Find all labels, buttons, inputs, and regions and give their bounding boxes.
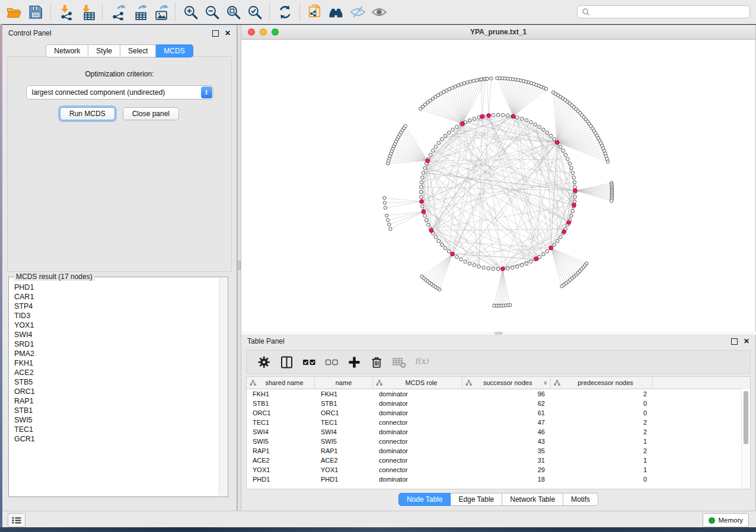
network-node[interactable] xyxy=(492,114,495,117)
network-node[interactable] xyxy=(437,141,441,145)
network-node[interactable] xyxy=(421,176,425,180)
table-scrollbar-thumb[interactable] xyxy=(744,391,748,444)
mcds-hub-node[interactable] xyxy=(573,188,578,193)
table-row[interactable]: STB1STB1dominator620 xyxy=(247,399,750,408)
tab-motifs[interactable]: Motifs xyxy=(563,493,598,506)
network-node[interactable] xyxy=(455,125,459,129)
network-node[interactable] xyxy=(419,190,423,194)
run-mcds-button[interactable]: Run MCDS xyxy=(60,107,115,120)
delete-columns-button[interactable] xyxy=(366,352,387,371)
mcds-result-item[interactable]: SWI5 xyxy=(14,415,219,425)
network-leaf-node[interactable] xyxy=(462,82,465,85)
network-node[interactable] xyxy=(434,236,438,239)
network-node[interactable] xyxy=(506,114,510,117)
network-document-button[interactable] xyxy=(304,2,326,22)
network-node[interactable] xyxy=(455,255,459,259)
column-header-shared-name[interactable]: shared name xyxy=(247,377,315,389)
network-node[interactable] xyxy=(542,252,546,256)
network-node[interactable] xyxy=(421,205,425,209)
network-node[interactable] xyxy=(423,214,427,217)
network-node[interactable] xyxy=(559,145,562,149)
refresh-button[interactable] xyxy=(274,2,295,22)
network-node[interactable] xyxy=(422,171,425,175)
mcds-hub-node[interactable] xyxy=(451,252,455,256)
network-leaf-node[interactable] xyxy=(544,87,547,90)
network-node[interactable] xyxy=(429,153,432,157)
tab-mcds[interactable]: MCDS xyxy=(156,44,193,57)
float-panel-icon[interactable] xyxy=(212,30,219,37)
mcds-hub-node[interactable] xyxy=(420,200,424,204)
table-row[interactable]: SWI5SWI5connector431 xyxy=(247,437,750,446)
table-row[interactable]: RAP1RAP1dominator352 xyxy=(247,446,750,456)
tab-network-table[interactable]: Network Table xyxy=(502,493,563,506)
tab-select[interactable]: Select xyxy=(120,44,156,57)
save-session-button[interactable] xyxy=(25,2,46,22)
network-node[interactable] xyxy=(473,264,476,267)
network-node[interactable] xyxy=(538,125,541,129)
import-network-button[interactable] xyxy=(55,2,76,22)
mcds-hub-node[interactable] xyxy=(426,159,430,163)
network-node[interactable] xyxy=(492,267,495,271)
mcds-hub-node[interactable] xyxy=(549,246,553,250)
mcds-result-item[interactable]: TEC1 xyxy=(14,425,219,434)
mcds-hub-node[interactable] xyxy=(511,114,515,118)
network-leaf-node[interactable] xyxy=(386,219,389,222)
network-node[interactable] xyxy=(496,113,500,117)
column-header-predecessor-nodes[interactable]: predecessor nodes xyxy=(551,377,653,389)
network-leaf-node[interactable] xyxy=(480,78,483,81)
mcds-hub-node[interactable] xyxy=(567,220,571,225)
tab-node-table[interactable]: Node Table xyxy=(398,493,451,506)
mcds-result-item[interactable]: STP4 xyxy=(14,302,219,311)
table-row[interactable]: YOX1YOX1connector291 xyxy=(247,465,750,475)
table-row[interactable]: ACE2ACE2connector311 xyxy=(247,456,750,465)
mcds-hub-node[interactable] xyxy=(422,210,426,214)
table-scrollbar[interactable] xyxy=(741,389,750,489)
network-node[interactable] xyxy=(573,181,576,184)
table-close-panel-icon[interactable]: ✕ xyxy=(744,338,749,344)
network-node[interactable] xyxy=(571,210,575,213)
search-box[interactable] xyxy=(577,5,750,18)
network-node[interactable] xyxy=(444,246,447,250)
mcds-hub-node[interactable] xyxy=(429,229,433,233)
mcds-result-item[interactable]: YOX1 xyxy=(14,321,219,330)
network-node[interactable] xyxy=(437,239,441,243)
column-header-successor-nodes[interactable]: successor nodes∨ xyxy=(462,377,551,389)
network-canvas[interactable] xyxy=(241,40,755,331)
select-all-columns-button[interactable] xyxy=(299,352,319,371)
network-node[interactable] xyxy=(506,267,510,270)
network-node[interactable] xyxy=(516,265,519,268)
mcds-result-item[interactable]: STB5 xyxy=(14,377,219,387)
network-leaf-node[interactable] xyxy=(606,160,609,163)
network-node[interactable] xyxy=(425,219,428,222)
network-node[interactable] xyxy=(525,262,528,265)
open-file-button[interactable] xyxy=(4,2,25,22)
export-image-button[interactable] xyxy=(149,2,171,22)
network-leaf-node[interactable] xyxy=(420,275,423,278)
network-leaf-node[interactable] xyxy=(490,77,493,80)
table-row[interactable]: FKH1FKH1dominator962 xyxy=(247,389,750,399)
mcds-hub-node[interactable] xyxy=(501,267,505,271)
mcds-result-item[interactable]: RAP1 xyxy=(14,396,219,406)
network-node[interactable] xyxy=(553,243,556,246)
export-network-button[interactable] xyxy=(107,2,128,22)
network-node[interactable] xyxy=(525,118,528,122)
network-leaf-node[interactable] xyxy=(384,206,387,209)
zoom-fit-button[interactable] xyxy=(222,2,244,22)
network-node[interactable] xyxy=(549,134,553,137)
network-node[interactable] xyxy=(487,267,490,270)
mcds-result-item[interactable]: SWI4 xyxy=(14,330,219,339)
network-node[interactable] xyxy=(556,239,559,243)
network-node[interactable] xyxy=(451,128,455,132)
network-node[interactable] xyxy=(496,267,500,271)
network-leaf-node[interactable] xyxy=(469,80,472,83)
criterion-select[interactable]: largest connected component (undirected)… xyxy=(26,85,213,100)
network-leaf-node[interactable] xyxy=(493,304,496,307)
column-header-MCDS-role[interactable]: MCDS role xyxy=(373,377,462,389)
tab-network[interactable]: Network xyxy=(46,44,88,57)
show-graphics-button[interactable] xyxy=(368,2,390,22)
table-float-panel-icon[interactable] xyxy=(731,338,738,345)
network-node[interactable] xyxy=(573,185,577,189)
close-panel-icon[interactable]: ✕ xyxy=(225,30,231,36)
mcds-list-scrollbar[interactable] xyxy=(219,278,227,496)
mcds-hub-node[interactable] xyxy=(572,203,576,207)
